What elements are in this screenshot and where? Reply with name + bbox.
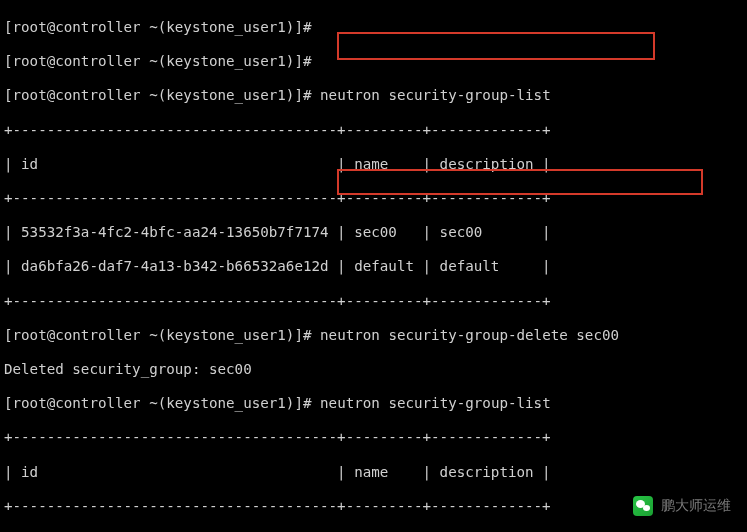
command-text: neutron security-group-delete sec00 xyxy=(320,327,619,343)
terminal-line: [root@controller ~(keystone_user1)]# neu… xyxy=(4,87,743,104)
shell-prompt: [root@controller ~(keystone_user1)]# xyxy=(4,19,312,35)
shell-prompt: [root@controller ~(keystone_user1)]# xyxy=(4,395,312,411)
wechat-icon xyxy=(633,496,653,516)
table-row: | da6bfa26-daf7-4a13-b342-b66532a6e12d |… xyxy=(4,258,743,275)
terminal-line: [root@controller ~(keystone_user1)]# neu… xyxy=(4,327,743,344)
table-header: | id | name | description | xyxy=(4,156,743,173)
table-header: | id | name | description | xyxy=(4,464,743,481)
table-separator: +--------------------------------------+… xyxy=(4,429,743,446)
watermark-text: 鹏大师运维 xyxy=(661,497,731,515)
table-separator: +--------------------------------------+… xyxy=(4,122,743,139)
table-separator: +--------------------------------------+… xyxy=(4,190,743,207)
terminal-output: [root@controller ~(keystone_user1)]# [ro… xyxy=(0,0,747,532)
shell-prompt: [root@controller ~(keystone_user1)]# xyxy=(4,53,312,69)
shell-prompt: [root@controller ~(keystone_user1)]# xyxy=(4,327,312,343)
table-row: | 53532f3a-4fc2-4bfc-aa24-13650b7f7174 |… xyxy=(4,224,743,241)
command-text: neutron security-group-list xyxy=(320,87,551,103)
table-separator: +--------------------------------------+… xyxy=(4,293,743,310)
terminal-line: [root@controller ~(keystone_user1)]# xyxy=(4,53,743,70)
terminal-line: [root@controller ~(keystone_user1)]# neu… xyxy=(4,395,743,412)
command-text: neutron security-group-list xyxy=(320,395,551,411)
terminal-line: [root@controller ~(keystone_user1)]# xyxy=(4,19,743,36)
delete-confirmation: Deleted security_group: sec00 xyxy=(4,361,743,378)
watermark: 鹏大师运维 xyxy=(633,496,731,516)
shell-prompt: [root@controller ~(keystone_user1)]# xyxy=(4,87,312,103)
